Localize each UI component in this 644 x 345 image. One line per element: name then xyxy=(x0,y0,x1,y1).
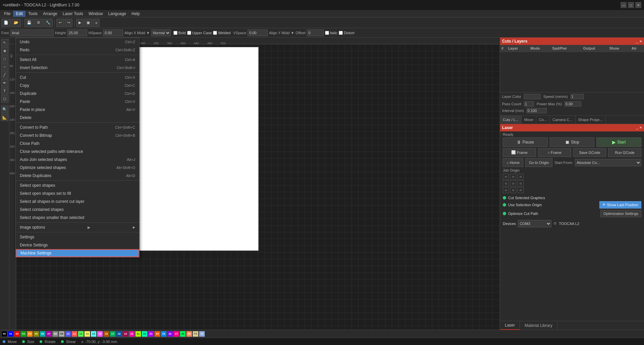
menu-cut[interactable]: CutCtrl+X xyxy=(16,73,139,81)
color-chip-19[interactable]: 19 xyxy=(122,331,128,337)
origin-tr[interactable]: ○ xyxy=(518,174,524,180)
color-chip-24[interactable]: 24 xyxy=(154,331,160,337)
menu-convert-to-bitmap[interactable]: Convert to BitmapCtrl+Shift+B xyxy=(16,131,139,139)
speed-input[interactable] xyxy=(571,94,584,99)
menu-select-all[interactable]: Select AllCtrl+A xyxy=(16,56,139,64)
device-button[interactable]: 🔧 xyxy=(43,19,53,27)
tab-camera[interactable]: Camera C... xyxy=(550,116,575,124)
measure-tool[interactable]: 📐 xyxy=(1,114,8,121)
power-max-input[interactable] xyxy=(565,101,581,107)
text-tool[interactable]: T xyxy=(1,87,8,95)
color-chip-t2[interactable]: T2 xyxy=(199,331,205,337)
devices-select[interactable]: COM3 xyxy=(518,220,551,227)
laser-close[interactable]: ✕ xyxy=(639,126,642,129)
color-chip-22[interactable]: 22 xyxy=(142,331,148,337)
start-button[interactable]: ▶ Start xyxy=(596,137,641,147)
menu-select-all-in-layer[interactable]: Select all shapes in current cut layer xyxy=(16,197,139,206)
color-chip-26[interactable]: 26 xyxy=(167,331,173,337)
ellipse-tool[interactable]: ○ xyxy=(1,63,8,70)
menu-redo[interactable]: RedoCtrl+Shift+Z xyxy=(16,46,139,54)
color-chip-09[interactable]: 09 xyxy=(59,331,65,337)
home-button[interactable]: ⌂ Home xyxy=(503,158,523,167)
menu-close-paths-tolerance[interactable]: Close selected paths with tolerance xyxy=(16,148,139,156)
offset-input[interactable] xyxy=(307,30,324,36)
origin-mr[interactable]: ○ xyxy=(518,180,524,186)
vspace-input[interactable] xyxy=(248,30,268,36)
tab-move[interactable]: Move xyxy=(522,116,536,124)
menu-optimize-selected[interactable]: Optimize selected shapesAlt+Shift+O xyxy=(16,164,139,172)
menu-auto-join[interactable]: Auto-Join selected shapesAlt+J xyxy=(16,156,139,164)
align-x-select[interactable]: Normal xyxy=(151,30,171,36)
stop-button[interactable]: ⏹ Stop xyxy=(550,137,595,147)
color-chip-11[interactable]: 11 xyxy=(71,331,77,337)
tab-material-library[interactable]: Material Library xyxy=(520,321,557,330)
font-input[interactable] xyxy=(10,30,54,36)
color-chip-28[interactable]: 28 xyxy=(180,331,186,337)
zoom-tool[interactable]: 🔍 xyxy=(1,106,8,113)
origin-ml[interactable]: ○ xyxy=(503,180,509,186)
new-button[interactable]: 📄 xyxy=(1,19,11,27)
node-tool[interactable]: ◈ xyxy=(1,47,8,54)
menu-select-open-shapes[interactable]: Select open shapes xyxy=(16,181,139,189)
save-gcode-button[interactable]: Save GCode xyxy=(573,148,606,157)
menu-image-options[interactable]: Image options▶ xyxy=(16,223,139,231)
origin-bc[interactable]: ○ xyxy=(510,187,516,193)
pen-tool[interactable]: ✒ xyxy=(1,79,8,87)
menu-select-smaller[interactable]: Select shapes smaller than selected xyxy=(16,214,139,222)
menu-select-contained[interactable]: Select contained shapes xyxy=(16,206,139,214)
distort-option[interactable]: Distort xyxy=(339,31,355,35)
start-from-select[interactable]: Absolute Co... xyxy=(575,159,641,166)
origin-bl[interactable]: ○ xyxy=(503,187,509,193)
menu-undo[interactable]: UndoCtrl+Z xyxy=(16,38,139,46)
color-chip-02[interactable]: 02 xyxy=(14,331,20,337)
minimize-button[interactable]: — xyxy=(621,2,627,8)
color-chip-16[interactable]: 16 xyxy=(103,331,109,337)
menu-edit[interactable]: Edit xyxy=(13,11,25,17)
color-chip-29[interactable]: 29 xyxy=(186,331,192,337)
color-chip-10[interactable]: 10 xyxy=(65,331,71,337)
tab-cuts-layers[interactable]: Cuts / L... xyxy=(500,116,522,124)
menu-convert-to-path[interactable]: Convert to PathCtrl+Shift+C xyxy=(16,123,139,131)
origin-tl[interactable]: ○ xyxy=(503,174,509,180)
settings-button[interactable]: ⚙ xyxy=(35,19,43,27)
color-chip-00[interactable]: 00 xyxy=(1,331,7,337)
menu-settings[interactable]: Settings xyxy=(16,233,139,241)
color-chip-03[interactable]: 03 xyxy=(20,331,26,337)
group-button[interactable]: ▣ xyxy=(84,19,92,27)
color-chip-25[interactable]: 25 xyxy=(161,331,167,337)
color-chip-12[interactable]: 12 xyxy=(78,331,84,337)
pause-button[interactable]: ⏸ Pause xyxy=(503,137,548,147)
align-button[interactable]: ≡ xyxy=(93,19,100,27)
pass-count-input[interactable] xyxy=(524,101,534,107)
color-chip-t1[interactable]: T1 xyxy=(193,331,199,337)
show-last-position-button[interactable]: ✛ Show Last Position xyxy=(599,201,641,209)
select-tool[interactable]: ↖ xyxy=(1,39,8,46)
menu-delete[interactable]: Delete xyxy=(16,114,139,122)
menu-help[interactable]: Help xyxy=(129,11,143,17)
frame2-button[interactable]: ○ Frame xyxy=(538,148,571,157)
color-chip-14[interactable]: 14 xyxy=(91,331,97,337)
origin-mc[interactable]: ○ xyxy=(510,180,516,186)
italic-option[interactable]: Italic xyxy=(325,31,338,35)
origin-br[interactable]: ○ xyxy=(518,187,524,193)
menu-tools[interactable]: Tools xyxy=(25,11,40,17)
color-chip-17[interactable]: 17 xyxy=(110,331,116,337)
bold-option[interactable]: Bold xyxy=(173,31,186,35)
color-chip-20[interactable]: 20 xyxy=(129,331,135,337)
color-chip-07[interactable]: 07 xyxy=(46,331,52,337)
run-gcode-button[interactable]: Run GCode xyxy=(608,148,641,157)
menu-duplicate[interactable]: DuplicateCtrl+D xyxy=(16,90,139,98)
menu-select-open-fill[interactable]: Select open shapes set to fill xyxy=(16,189,139,197)
redo-button[interactable]: ↪ xyxy=(65,19,72,27)
color-chip-15[interactable]: 15 xyxy=(97,331,103,337)
cuts-layers-close[interactable]: ✕ xyxy=(639,40,642,43)
canvas-area[interactable]: -80 -40 0 40 80 120 160 200 240 280 320 … xyxy=(9,38,500,330)
color-chip-23[interactable]: 23 xyxy=(148,331,154,337)
rect-tool[interactable]: □ xyxy=(1,55,8,62)
menu-language[interactable]: Language xyxy=(106,11,129,17)
menu-delete-duplicates[interactable]: Delete DuplicatesAlt+D xyxy=(16,172,139,180)
color-chip-06[interactable]: 06 xyxy=(40,331,46,337)
height-input[interactable] xyxy=(67,30,87,36)
color-chip-08[interactable]: 08 xyxy=(52,331,58,337)
save-button[interactable]: 💾 xyxy=(24,19,34,27)
